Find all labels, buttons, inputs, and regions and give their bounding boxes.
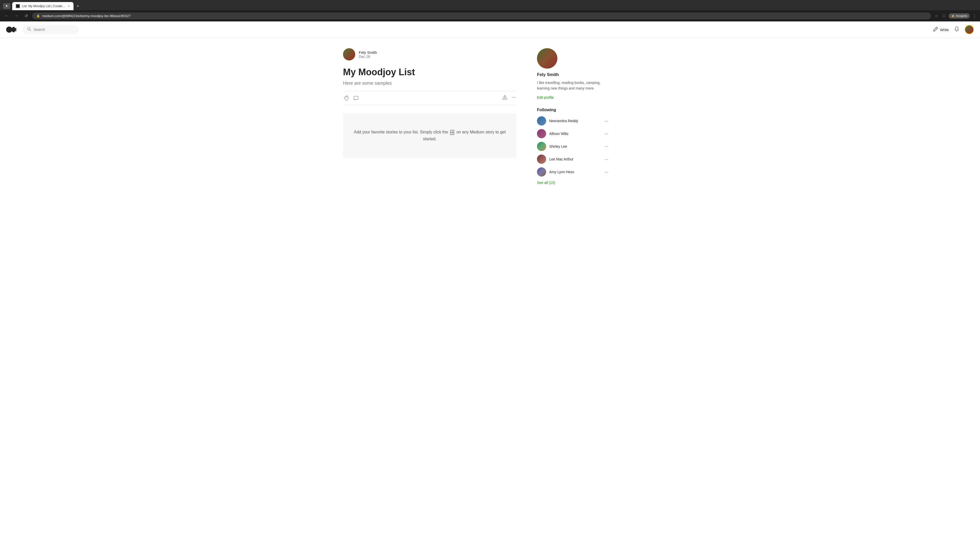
tab-title: List: My Moodjoy List | Curated... bbox=[22, 4, 66, 8]
list-item: Lee Mac Arthur ··· bbox=[537, 155, 608, 164]
following-avatar-1[interactable] bbox=[537, 116, 546, 125]
incognito-icon: 🕵 bbox=[951, 14, 955, 17]
search-icon bbox=[27, 27, 31, 32]
sidebar: Fely Smith I like travelling, reading bo… bbox=[537, 48, 608, 185]
following-more-button-2[interactable]: ··· bbox=[605, 131, 608, 136]
following-more-button-5[interactable]: ··· bbox=[605, 170, 608, 174]
author-avatar[interactable] bbox=[343, 48, 355, 60]
following-name-4: Lee Mac Arthur bbox=[549, 157, 601, 161]
following-name-3: Shirley Lee bbox=[549, 144, 601, 148]
following-avatar-4[interactable] bbox=[537, 155, 546, 164]
write-button[interactable]: Write bbox=[933, 26, 949, 33]
tab-close-button[interactable]: × bbox=[68, 4, 70, 8]
svg-point-5 bbox=[15, 27, 16, 32]
svg-point-4 bbox=[12, 27, 15, 32]
following-section: Following Neeramitra Reddy ··· Allison W… bbox=[537, 108, 608, 185]
svg-point-3 bbox=[6, 27, 12, 33]
edit-profile-link[interactable]: Edit profile bbox=[537, 95, 608, 100]
following-more-button-4[interactable]: ··· bbox=[605, 157, 608, 162]
search-input[interactable] bbox=[34, 27, 72, 32]
following-name-2: Allison Wiltz bbox=[549, 132, 601, 136]
back-button[interactable]: ← bbox=[3, 12, 10, 19]
active-tab[interactable]: List: My Moodjoy List | Curated... × bbox=[12, 2, 73, 10]
forward-button[interactable]: → bbox=[13, 12, 20, 19]
share-button[interactable] bbox=[502, 95, 508, 101]
action-right bbox=[502, 95, 517, 101]
sidebar-author-name: Fely Smith bbox=[537, 72, 608, 77]
following-name-1: Neeramitra Reddy bbox=[549, 119, 601, 123]
incognito-badge: 🕵 Incognito bbox=[948, 13, 970, 19]
empty-state: Add your favorite stories to your list. … bbox=[343, 113, 517, 158]
main-content: Fely Smith Dec 28 My Moodjoy List Here a… bbox=[343, 48, 517, 185]
medium-nav: Write bbox=[0, 21, 980, 38]
write-label: Write bbox=[940, 27, 949, 32]
article-author: Fely Smith Dec 28 bbox=[343, 48, 517, 60]
star-button[interactable]: ☆ bbox=[934, 13, 939, 19]
nav-right: Write bbox=[933, 25, 974, 34]
list-item: Shirley Lee ··· bbox=[537, 142, 608, 151]
new-tab-button[interactable]: + bbox=[75, 3, 81, 10]
author-name: Fely Smith bbox=[359, 50, 377, 55]
address-bar-row: ← → ↺ 🔒 medium.com/@89f4222e/list/my-moo… bbox=[0, 10, 980, 21]
following-more-button-1[interactable]: ··· bbox=[605, 119, 608, 123]
clap-button[interactable] bbox=[343, 95, 349, 101]
svg-line-7 bbox=[30, 30, 31, 31]
incognito-label: Incognito bbox=[956, 14, 967, 17]
list-item: Allison Wiltz ··· bbox=[537, 129, 608, 138]
list-item: Neeramitra Reddy ··· bbox=[537, 116, 608, 125]
comment-button[interactable] bbox=[353, 95, 359, 101]
address-bar-actions: ☆ □ 🕵 Incognito ⋮ bbox=[934, 13, 977, 19]
extensions-button[interactable]: □ bbox=[942, 13, 946, 19]
svg-point-10 bbox=[514, 97, 514, 98]
tab-group-button[interactable]: ▼ bbox=[3, 3, 10, 9]
notification-button[interactable] bbox=[954, 26, 959, 33]
empty-state-text: Add your favorite stories to your list. … bbox=[353, 129, 506, 142]
article-subtitle: Here are some samples bbox=[343, 81, 517, 86]
article-date: Dec 28 bbox=[359, 55, 377, 59]
browser-menu-button[interactable]: ⋮ bbox=[972, 13, 977, 19]
more-options-button[interactable] bbox=[511, 95, 517, 101]
following-more-button-3[interactable]: ··· bbox=[605, 144, 608, 149]
article-actions bbox=[343, 91, 517, 105]
list-item: Amy Lynn Hess ··· bbox=[537, 167, 608, 176]
svg-point-9 bbox=[512, 97, 513, 98]
user-avatar-nav[interactable] bbox=[965, 25, 974, 34]
following-list: Neeramitra Reddy ··· Allison Wiltz ··· S… bbox=[537, 116, 608, 176]
medium-app: Write Fely Smith De bbox=[0, 21, 980, 549]
action-left bbox=[343, 95, 502, 101]
search-bar[interactable] bbox=[22, 25, 79, 34]
medium-logo[interactable] bbox=[6, 26, 16, 33]
see-all-link[interactable]: See all (10) bbox=[537, 181, 608, 185]
address-bar[interactable]: 🔒 medium.com/@89f4222e/list/my-moodjoy-l… bbox=[32, 13, 931, 19]
svg-point-11 bbox=[515, 97, 516, 98]
tab-favicon bbox=[16, 4, 20, 8]
write-icon bbox=[933, 26, 939, 33]
article-title: My Moodjoy List bbox=[343, 67, 517, 78]
address-lock-icon: 🔒 bbox=[36, 14, 40, 17]
reload-button[interactable]: ↺ bbox=[22, 12, 30, 19]
bookmark-icon-inline bbox=[450, 130, 454, 135]
following-name-5: Amy Lynn Hess bbox=[549, 170, 601, 174]
tab-bar: ▼ List: My Moodjoy List | Curated... × + bbox=[0, 0, 980, 10]
following-title: Following bbox=[537, 108, 608, 112]
sidebar-author-avatar[interactable] bbox=[537, 48, 557, 68]
following-avatar-5[interactable] bbox=[537, 167, 546, 176]
following-avatar-2[interactable] bbox=[537, 129, 546, 138]
sidebar-author-bio: I like travelling, reading books, campin… bbox=[537, 80, 608, 91]
author-info: Fely Smith Dec 28 bbox=[359, 50, 377, 59]
address-url: medium.com/@89f4222e/list/my-moodjoy-lis… bbox=[42, 14, 130, 18]
main-layout: Fely Smith Dec 28 My Moodjoy List Here a… bbox=[337, 38, 643, 195]
following-avatar-3[interactable] bbox=[537, 142, 546, 151]
browser-chrome: ▼ List: My Moodjoy List | Curated... × +… bbox=[0, 0, 980, 21]
